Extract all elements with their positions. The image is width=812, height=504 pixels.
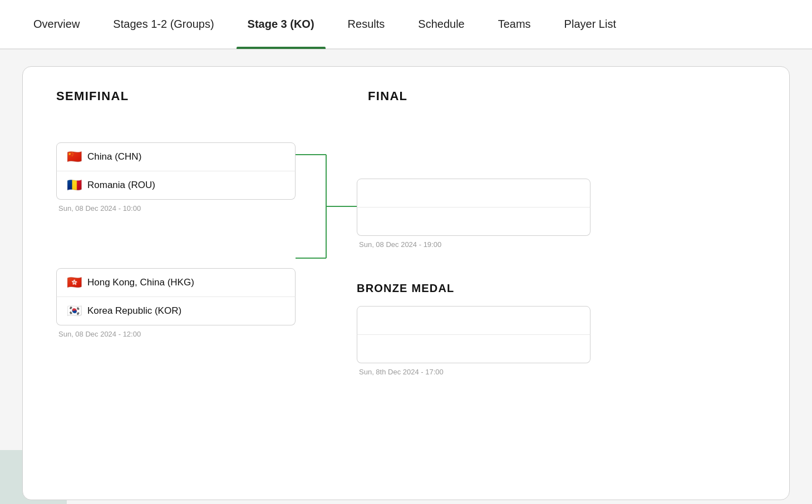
nav-stage-3[interactable]: Stage 3 (KO) bbox=[231, 0, 331, 49]
semi1-team2-flag: 🇷🇴 bbox=[67, 179, 82, 191]
final-bronze-column: Sun, 08 Dec 2024 - 19:00 BRONZE MEDAL Su… bbox=[357, 126, 590, 376]
semi1-teams: 🇨🇳 China (CHN) 🇷🇴 Romania (ROU) bbox=[56, 142, 296, 200]
semi2-team1-flag: 🇭🇰 bbox=[67, 276, 82, 289]
semi1-time: Sun, 08 Dec 2024 - 10:00 bbox=[56, 204, 296, 213]
semi1-team1-flag: 🇨🇳 bbox=[67, 151, 82, 163]
final-team2[interactable] bbox=[357, 207, 590, 236]
nav-schedule[interactable]: Schedule bbox=[401, 0, 481, 49]
final-header: FINAL bbox=[368, 89, 407, 103]
bronze-section: BRONZE MEDAL Sun, 8th Dec 2024 - 17:00 bbox=[357, 282, 590, 376]
connector bbox=[296, 126, 357, 365]
final-teams bbox=[357, 179, 590, 236]
bronze-team2[interactable] bbox=[357, 334, 590, 363]
nav-teams[interactable]: Teams bbox=[481, 0, 548, 49]
semi2-team1-name: Hong Kong, China (HKG) bbox=[87, 277, 194, 288]
semi2-team2-flag: 🇰🇷 bbox=[67, 305, 82, 317]
final-team1[interactable] bbox=[357, 179, 590, 207]
semi2-team1[interactable]: 🇭🇰 Hong Kong, China (HKG) bbox=[56, 268, 296, 297]
bronze-header: BRONZE MEDAL bbox=[357, 282, 590, 295]
semi-match-2: 🇭🇰 Hong Kong, China (HKG) 🇰🇷 Korea Repub… bbox=[56, 268, 296, 338]
nav-stages-1-2[interactable]: Stages 1-2 (Groups) bbox=[96, 0, 230, 49]
bronze-teams bbox=[357, 306, 590, 363]
semi2-time: Sun, 08 Dec 2024 - 12:00 bbox=[56, 330, 296, 338]
semi1-team2[interactable]: 🇷🇴 Romania (ROU) bbox=[56, 171, 296, 200]
semifinal-header: SEMIFINAL bbox=[56, 89, 368, 103]
bronze-time: Sun, 8th Dec 2024 - 17:00 bbox=[357, 368, 590, 376]
semi1-team1-name: China (CHN) bbox=[87, 151, 141, 162]
final-match: Sun, 08 Dec 2024 - 19:00 bbox=[357, 179, 590, 249]
semi2-teams: 🇭🇰 Hong Kong, China (HKG) 🇰🇷 Korea Repub… bbox=[56, 268, 296, 325]
bronze-team1[interactable] bbox=[357, 306, 590, 335]
bracket-card: SEMIFINAL FINAL 🇨🇳 China (CHN) bbox=[22, 66, 790, 500]
semi1-team2-name: Romania (ROU) bbox=[87, 180, 155, 191]
final-time: Sun, 08 Dec 2024 - 19:00 bbox=[357, 240, 590, 249]
main-content: SEMIFINAL FINAL 🇨🇳 China (CHN) bbox=[0, 50, 812, 504]
navigation: Overview Stages 1-2 (Groups) Stage 3 (KO… bbox=[0, 0, 812, 50]
connector-svg bbox=[296, 126, 357, 365]
nav-overview[interactable]: Overview bbox=[17, 0, 96, 49]
semi2-team2[interactable]: 🇰🇷 Korea Republic (KOR) bbox=[56, 297, 296, 325]
semifinal-column: 🇨🇳 China (CHN) 🇷🇴 Romania (ROU) Sun, 08 … bbox=[56, 142, 296, 338]
semi2-team2-name: Korea Republic (KOR) bbox=[87, 305, 181, 317]
semi-match-1: 🇨🇳 China (CHN) 🇷🇴 Romania (ROU) Sun, 08 … bbox=[56, 142, 296, 213]
nav-results[interactable]: Results bbox=[331, 0, 402, 49]
nav-player-list[interactable]: Player List bbox=[548, 0, 633, 49]
semi1-team1[interactable]: 🇨🇳 China (CHN) bbox=[56, 142, 296, 171]
